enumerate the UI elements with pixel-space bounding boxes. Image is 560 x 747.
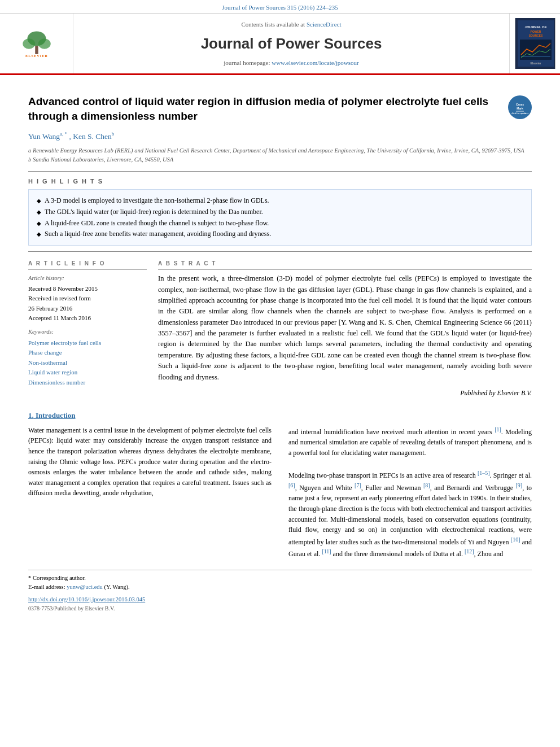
- section-1-left-col: Water management is a central issue in t…: [28, 425, 272, 560]
- bullet-1: ◆: [37, 197, 41, 205]
- keyword-5: Dimensionless number: [28, 378, 147, 387]
- highlight-text-1: A 3-D model is employed to investigate t…: [45, 196, 269, 206]
- ref-10[interactable]: [10]: [511, 536, 520, 543]
- footnote-area: * Corresponding author. E-mail address: …: [28, 570, 532, 613]
- article-info-abstract-cols: A R T I C L E I N F O Article history: R…: [28, 260, 532, 398]
- doi-line: http://dx.doi.org/10.1016/j.jpowsour.201…: [28, 595, 532, 604]
- section-1-title: Introduction: [36, 411, 76, 420]
- email-line: E-mail address: yunw@uci.edu (Y. Wang).: [28, 583, 532, 592]
- svg-text:Elsevier: Elsevier: [530, 62, 541, 65]
- journal-reference-text: Journal of Power Sources 315 (2016) 224–…: [222, 4, 338, 11]
- highlight-text-2: The GDL's liquid water (or liquid-free) …: [45, 207, 263, 217]
- svg-point-3: [38, 38, 50, 49]
- section-1-right-text: and internal humidification have receive…: [288, 425, 532, 560]
- doi-link[interactable]: http://dx.doi.org/10.1016/j.jpowsour.201…: [28, 596, 145, 602]
- highlight-item-4: ◆ Such a liquid-free zone benefits water…: [37, 229, 523, 239]
- article-content: Advanced control of liquid water region …: [0, 75, 560, 624]
- highlight-text-4: Such a liquid-free zone benefits water m…: [45, 229, 271, 239]
- bullet-2: ◆: [37, 208, 41, 216]
- journal-cover-image: JOURNAL OF POWER SOURCES Elsevier: [515, 18, 555, 69]
- journal-title: Journal of Power Sources: [201, 33, 382, 54]
- elsevier-tree-icon: ELSEVIER: [17, 28, 56, 59]
- affiliation-a: a Renewable Energy Resources Lab (RERL) …: [28, 146, 532, 155]
- highlight-text-3: A liquid-free GDL zone is created though…: [45, 219, 269, 228]
- svg-text:Cross: Cross: [516, 103, 524, 106]
- corresponding-author-note: * Corresponding author.: [28, 574, 532, 583]
- highlights-box: ◆ A 3-D model is employed to investigate…: [28, 189, 532, 246]
- published-by: Published by Elsevier B.V.: [158, 388, 532, 398]
- keywords-label: Keywords:: [28, 328, 147, 337]
- affiliation-b: b Sandia National Laboratories, Livermor…: [28, 155, 532, 164]
- page-wrapper: Journal of Power Sources 315 (2016) 224–…: [0, 0, 560, 624]
- received-value: Received 8 November 2015: [28, 285, 147, 293]
- section-1-number: 1.: [28, 411, 34, 420]
- crossmark-badge[interactable]: Cross Mark click for updates: [508, 95, 532, 119]
- author-1-name: Yun Wang: [28, 132, 60, 140]
- authors-line: Yun Wanga, * , Ken S. Chenb: [28, 130, 532, 142]
- email-person: (Y. Wang).: [104, 584, 129, 590]
- received-revised-label: Received in revised form: [28, 294, 147, 303]
- science-direct-link[interactable]: ScienceDirect: [307, 21, 342, 28]
- email-link[interactable]: yunw@uci.edu: [67, 584, 103, 590]
- article-info-heading: A R T I C L E I N F O: [28, 260, 147, 270]
- issn-line: 0378-7753/Published by Elsevier B.V.: [28, 605, 532, 613]
- revised-date-value: 26 February 2016: [28, 304, 147, 313]
- accepted-value: Accepted 11 March 2016: [28, 314, 147, 322]
- keyword-2: Phase change: [28, 348, 147, 357]
- ref-6[interactable]: [6]: [288, 482, 295, 488]
- journal-header: ELSEVIER Contents lists available at Sci…: [0, 14, 560, 75]
- section-1-cols: Water management is a central issue in t…: [28, 425, 532, 560]
- abstract-text: In the present work, a three-dimension (…: [158, 273, 532, 383]
- author-1-sup: a, *: [60, 131, 67, 137]
- keyword-4: Liquid water region: [28, 368, 147, 377]
- ref-7[interactable]: [7]: [355, 482, 361, 488]
- svg-text:POWER: POWER: [530, 30, 541, 33]
- abstract-col: A B S T R A C T In the present work, a t…: [158, 260, 532, 398]
- journal-homepage: journal homepage: www.elsevier.com/locat…: [224, 59, 358, 67]
- author-2-sup: b: [112, 131, 115, 137]
- ref-11[interactable]: [11]: [322, 548, 331, 554]
- ref-1-5[interactable]: [1–5]: [478, 470, 490, 476]
- section-1-right-col: and internal humidification have receive…: [288, 425, 532, 560]
- svg-text:Mark: Mark: [517, 107, 523, 110]
- section-1: 1. Introduction Water management is a ce…: [28, 410, 532, 560]
- svg-rect-4: [35, 46, 38, 54]
- ref-8[interactable]: [8]: [423, 482, 430, 488]
- keyword-1: Polymer electrolyte fuel cells: [28, 339, 147, 347]
- svg-text:ELSEVIER: ELSEVIER: [25, 54, 48, 58]
- journal-homepage-link[interactable]: www.elsevier.com/locate/jpowsour: [272, 59, 358, 66]
- corresponding-label: * Corresponding author.: [28, 575, 86, 581]
- journal-cover-svg: JOURNAL OF POWER SOURCES Elsevier: [515, 18, 555, 69]
- science-direct-label: Contents lists available at ScienceDirec…: [241, 20, 341, 29]
- email-label: E-mail address:: [28, 584, 65, 590]
- svg-rect-11: [520, 40, 552, 60]
- article-title: Advanced control of liquid water region …: [28, 94, 502, 123]
- journal-reference-bar: Journal of Power Sources 315 (2016) 224–…: [0, 0, 560, 14]
- affiliations: a Renewable Energy Resources Lab (RERL) …: [28, 146, 532, 164]
- bullet-3: ◆: [37, 220, 41, 228]
- svg-text:SOURCES: SOURCES: [528, 34, 542, 37]
- highlight-item-2: ◆ The GDL's liquid water (or liquid-free…: [37, 207, 523, 217]
- ref-12[interactable]: [12]: [465, 548, 474, 554]
- divider-1: [28, 171, 532, 172]
- section-1-heading: 1. Introduction: [28, 410, 532, 421]
- highlights-title: H I G H L I G H T S: [28, 177, 532, 186]
- highlight-item-3: ◆ A liquid-free GDL zone is created thou…: [37, 219, 523, 228]
- journal-header-center: Contents lists available at ScienceDirec…: [73, 14, 509, 73]
- section-1-left-text: Water management is a central issue in t…: [28, 425, 272, 499]
- journal-cover-area: JOURNAL OF POWER SOURCES Elsevier: [509, 14, 560, 73]
- crossmark-icon: Cross Mark click for updates: [511, 99, 528, 116]
- ref-9[interactable]: [9]: [516, 482, 523, 488]
- elsevier-logo-area: ELSEVIER: [0, 14, 73, 73]
- svg-text:click for updates: click for updates: [511, 112, 528, 115]
- keyword-3: Non-isothermal: [28, 359, 147, 367]
- elsevier-logo: ELSEVIER: [17, 28, 56, 59]
- history-label: Article history:: [28, 274, 147, 283]
- highlights-section: H I G H L I G H T S ◆ A 3-D model is emp…: [28, 177, 532, 246]
- title-row: Advanced control of liquid water region …: [28, 94, 532, 130]
- article-info-col: A R T I C L E I N F O Article history: R…: [28, 260, 147, 398]
- abstract-heading: A B S T R A C T: [158, 260, 532, 270]
- ref-1[interactable]: [1]: [495, 426, 501, 433]
- author-separator: , Ken S. Chen: [69, 132, 111, 140]
- divider-2: [28, 251, 532, 252]
